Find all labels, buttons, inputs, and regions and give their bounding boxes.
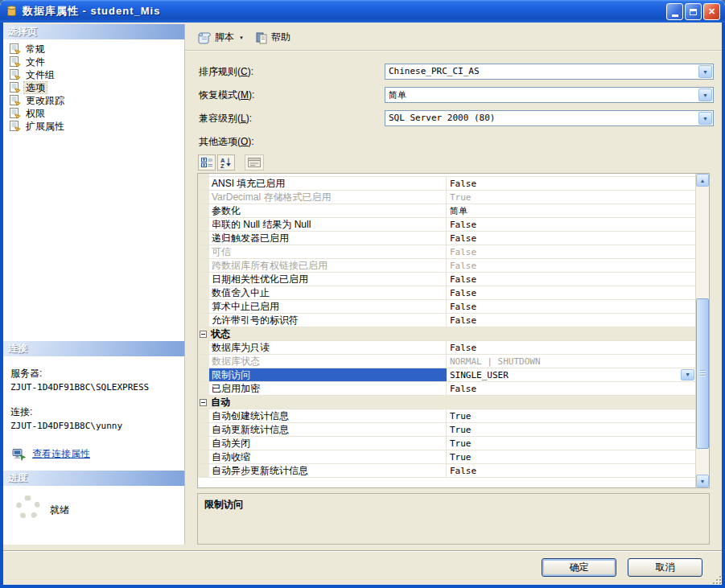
scroll-up-button[interactable]: ▲	[696, 174, 709, 187]
sidebar-item[interactable]: 文件组	[3, 68, 184, 81]
grid-row[interactable]: 串联的 Null 结果为 NullFalse	[198, 218, 695, 232]
compatibility-level-combo[interactable]: SQL Server 2000 (80) ▼	[385, 110, 714, 126]
property-value[interactable]: False	[447, 314, 695, 327]
property-name[interactable]: 数据库为只读	[209, 341, 447, 354]
grid-row[interactable]: 自动创建统计信息True	[198, 409, 695, 423]
grid-row[interactable]: 允许带引号的标识符False	[198, 314, 695, 327]
database-properties-dialog: 数据库属性 - student_Mis ✕ 选择页 常规 文件 文件组	[0, 0, 725, 588]
grid-row[interactable]: 算术中止已启用False	[198, 300, 695, 314]
property-value[interactable]: False	[447, 464, 695, 477]
chevron-down-icon[interactable]: ▼	[698, 65, 712, 78]
grid-row[interactable]: 数据库为只读False	[198, 341, 695, 355]
property-value[interactable]: False	[447, 259, 695, 272]
chevron-down-icon[interactable]: ▼	[698, 112, 712, 125]
sidebar-item[interactable]: 扩展属性	[3, 120, 184, 133]
resize-grip[interactable]	[711, 574, 721, 584]
minimize-button[interactable]	[666, 3, 683, 20]
property-name[interactable]: 自动创建统计信息	[209, 409, 447, 422]
property-name[interactable]: 跨数据库所有权链接已启用	[209, 259, 447, 272]
grid-row[interactable]: 自动更新统计信息True	[198, 423, 695, 437]
property-name[interactable]: 算术中止已启用	[209, 300, 447, 313]
grid-category-row[interactable]: 自动	[198, 396, 695, 409]
property-value[interactable]: True	[447, 437, 695, 450]
property-value[interactable]: False	[447, 341, 695, 354]
property-value[interactable]: False	[447, 273, 695, 286]
script-button[interactable]: 脚本 ▼	[193, 29, 247, 46]
property-name[interactable]: 允许带引号的标识符	[209, 314, 447, 327]
ok-button[interactable]: 确定	[542, 558, 616, 577]
grid-row[interactable]: 可信False	[198, 245, 695, 259]
title-bar[interactable]: 数据库属性 - student_Mis ✕	[0, 0, 725, 23]
grid-category-row[interactable]: 状态	[198, 327, 695, 341]
property-value[interactable]: True	[447, 450, 695, 463]
grid-row[interactable]: 已启用加密False	[198, 382, 695, 396]
grid-row[interactable]: 参数化简单	[198, 204, 695, 218]
property-value[interactable]: False	[447, 300, 695, 313]
grid-row[interactable]: 日期相关性优化已启用False	[198, 273, 695, 286]
category-gutter	[198, 396, 209, 409]
grid-row[interactable]: 限制访问SINGLE_USER▼	[198, 368, 695, 382]
sidebar-item[interactable]: 常规	[3, 43, 184, 56]
recovery-model-combo[interactable]: 简单 ▼	[385, 87, 714, 103]
property-value[interactable]: False	[447, 218, 695, 231]
property-name[interactable]: 自动异步更新统计信息	[209, 464, 447, 477]
grid-row[interactable]: ANSI 填充已启用False	[198, 177, 695, 191]
property-name[interactable]: 日期相关性优化已启用	[209, 273, 447, 286]
property-value[interactable]: True	[447, 409, 695, 422]
property-name[interactable]: 递归触发器已启用	[209, 232, 447, 245]
property-value[interactable]: NORMAL | SHUTDOWN	[447, 355, 695, 368]
property-value[interactable]: False	[447, 232, 695, 245]
property-name[interactable]: 自动关闭	[209, 437, 447, 450]
chevron-down-icon[interactable]: ▼	[698, 88, 712, 101]
property-value[interactable]: False	[447, 382, 695, 395]
property-value[interactable]: False	[447, 177, 695, 190]
other-options-label: 其他选项(O):	[199, 134, 254, 150]
sidebar-item-label: 选项	[24, 82, 47, 93]
grid-row[interactable]: 数据库状态NORMAL | SHUTDOWN	[198, 355, 695, 368]
grid-row[interactable]: 自动关闭True	[198, 437, 695, 450]
property-name[interactable]: ANSI 填充已启用	[209, 177, 447, 190]
grid-rows: ANSI 填充已启用FalseVarDecimal 存储格式已启用True参数化…	[198, 174, 695, 487]
sidebar-item[interactable]: 更改跟踪	[3, 94, 184, 107]
sidebar-item[interactable]: 权限	[3, 107, 184, 120]
collation-combo[interactable]: Chinese_PRC_CI_AS ▼	[385, 64, 714, 80]
sidebar-item[interactable]: 文件	[3, 56, 184, 68]
connection-header: 连接	[3, 341, 185, 356]
property-value[interactable]: False	[447, 245, 695, 258]
property-value[interactable]: 简单	[447, 204, 695, 217]
help-button[interactable]: 帮助	[252, 29, 294, 46]
categorized-view-button[interactable]	[198, 154, 216, 171]
property-value[interactable]: SINGLE_USER▼	[447, 368, 695, 381]
property-value[interactable]: False	[447, 286, 695, 299]
value-dropdown-button[interactable]: ▼	[681, 369, 694, 380]
property-name[interactable]: 自动更新统计信息	[209, 423, 447, 436]
property-name[interactable]: 可信	[209, 245, 447, 258]
collapse-icon[interactable]	[200, 331, 207, 338]
property-name[interactable]: 数值舍入中止	[209, 286, 447, 299]
property-name[interactable]: VarDecimal 存储格式已启用	[209, 191, 447, 204]
grid-row[interactable]: 递归触发器已启用False	[198, 232, 695, 245]
grid-scrollbar[interactable]: ▲ ▼	[695, 174, 709, 487]
grid-row[interactable]: 数值舍入中止False	[198, 286, 695, 300]
grid-row[interactable]: 跨数据库所有权链接已启用False	[198, 259, 695, 273]
view-connection-properties-link[interactable]: 查看连接属性	[32, 447, 90, 461]
grid-row[interactable]: VarDecimal 存储格式已启用True	[198, 191, 695, 204]
scroll-down-button[interactable]: ▼	[696, 475, 709, 487]
cancel-button[interactable]: 取消	[628, 558, 702, 577]
alphabetical-sort-button[interactable]: A Z	[217, 154, 235, 171]
collapse-icon[interactable]	[200, 399, 207, 406]
property-value[interactable]: True	[447, 191, 695, 204]
property-name[interactable]: 已启用加密	[209, 382, 447, 395]
grid-row[interactable]: 自动收缩True	[198, 450, 695, 464]
sidebar-item[interactable]: 选项	[3, 81, 184, 94]
property-name[interactable]: 串联的 Null 结果为 Null	[209, 218, 447, 231]
maximize-button[interactable]	[685, 3, 702, 20]
property-value[interactable]: True	[447, 423, 695, 436]
grid-row[interactable]: 自动异步更新统计信息False	[198, 464, 695, 478]
property-name[interactable]: 限制访问	[209, 368, 447, 381]
property-name[interactable]: 自动收缩	[209, 450, 447, 463]
property-name[interactable]: 数据库状态	[209, 355, 447, 368]
scrollbar-thumb[interactable]	[696, 298, 709, 449]
property-name[interactable]: 参数化	[209, 204, 447, 217]
close-button[interactable]: ✕	[703, 3, 720, 20]
